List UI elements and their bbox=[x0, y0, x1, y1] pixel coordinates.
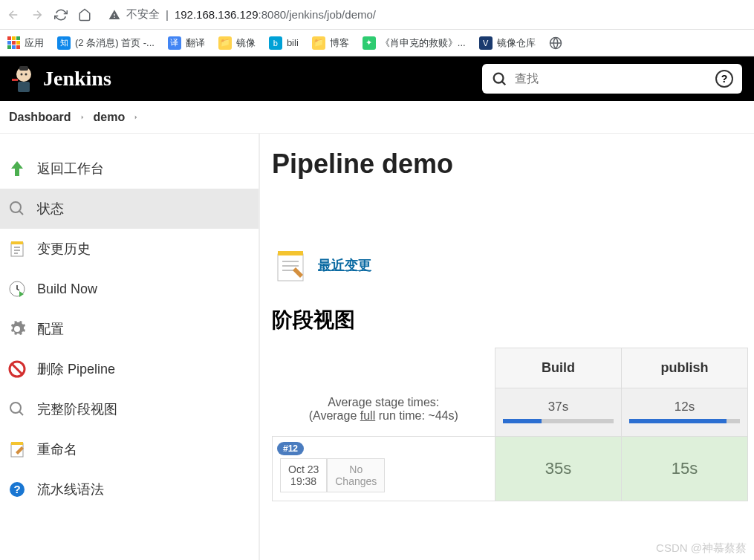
main-content: Pipeline demo 最近变更 阶段视图 Build publish Av… bbox=[260, 134, 754, 560]
sidebar-item-label: 重命名 bbox=[37, 440, 77, 458]
jenkins-brand: Jenkins bbox=[43, 67, 111, 91]
stage-col-publish: publish bbox=[622, 348, 748, 388]
sidebar-item-label: 变更历史 bbox=[37, 240, 91, 258]
svg-point-7 bbox=[494, 74, 504, 83]
edit-icon bbox=[7, 440, 27, 459]
home-button[interactable] bbox=[77, 7, 92, 22]
bookmark-blog[interactable]: 📁博客 bbox=[312, 36, 349, 50]
up-arrow-icon bbox=[7, 159, 27, 178]
svg-point-5 bbox=[25, 74, 27, 76]
bookmark-globe[interactable] bbox=[549, 36, 562, 50]
bookmark-mirror-repo[interactable]: V镜像仓库 bbox=[479, 36, 536, 50]
table-row-build[interactable]: #12 Oct 2319:38 NoChanges 35s 15s bbox=[273, 436, 748, 501]
sidebar-item-label: 配置 bbox=[37, 320, 64, 338]
stage-view-title: 阶段视图 bbox=[272, 306, 748, 334]
search-input[interactable] bbox=[515, 72, 708, 85]
svg-rect-15 bbox=[11, 442, 23, 445]
sidebar-item-label: 返回工作台 bbox=[37, 160, 104, 178]
sidebar-item-label: 状态 bbox=[37, 200, 64, 218]
svg-point-13 bbox=[10, 403, 21, 413]
forward-button[interactable] bbox=[30, 7, 45, 22]
breadcrumb: Dashboard demo bbox=[0, 101, 754, 134]
sidebar-item-full-stage[interactable]: 完整阶段视图 bbox=[0, 389, 259, 429]
help-icon: ? bbox=[7, 480, 27, 499]
stage-publish-cell[interactable]: 15s bbox=[622, 436, 748, 501]
back-button[interactable] bbox=[6, 7, 21, 22]
notepad-icon bbox=[272, 247, 309, 284]
reload-button[interactable] bbox=[53, 7, 68, 22]
search-icon bbox=[7, 199, 27, 218]
bookmarks-bar: 应用 知(2 条消息) 首页 -... 译翻译 📁镜像 bbili 📁博客 ✦《… bbox=[0, 30, 754, 56]
svg-rect-3 bbox=[19, 66, 28, 71]
svg-rect-2 bbox=[18, 82, 30, 92]
insecure-icon bbox=[108, 9, 120, 21]
stage-build-cell[interactable]: 35s bbox=[495, 436, 622, 501]
insecure-label: 不安全 bbox=[126, 7, 160, 22]
address-bar[interactable]: 不安全 | 192.168.136.129:8080/jenkins/job/d… bbox=[101, 4, 748, 25]
table-row-avg: Average stage times: (Average full run t… bbox=[273, 388, 748, 437]
sidebar-item-pipeline-syntax[interactable]: ?流水线语法 bbox=[0, 469, 259, 509]
sidebar-item-build-now[interactable]: Build Now bbox=[0, 269, 259, 309]
search-icon bbox=[7, 400, 27, 419]
page-title: Pipeline demo bbox=[272, 149, 748, 180]
wechat-icon: ✦ bbox=[363, 36, 376, 50]
crumb-dashboard[interactable]: Dashboard bbox=[9, 111, 71, 124]
sidebar: 返回工作台 状态 变更历史 Build Now 配置 删除 Pipeline 完… bbox=[0, 134, 260, 560]
crumb-job[interactable]: demo bbox=[94, 111, 126, 124]
translate-icon: 译 bbox=[168, 36, 181, 50]
browser-nav-bar: 不安全 | 192.168.136.129:8080/jenkins/job/d… bbox=[0, 0, 754, 30]
sidebar-item-changes[interactable]: 变更历史 bbox=[0, 229, 259, 269]
avg-stage-label: Average stage times: bbox=[283, 396, 485, 409]
jenkins-icon bbox=[12, 64, 36, 94]
svg-rect-10 bbox=[11, 241, 23, 244]
notepad-icon bbox=[7, 239, 27, 258]
jenkins-header: Jenkins ? bbox=[0, 56, 754, 101]
avg-build-cell: 37s bbox=[495, 388, 622, 437]
clock-play-icon bbox=[7, 279, 27, 299]
no-changes-label: NoChanges bbox=[327, 458, 385, 492]
bookmark-zhihu[interactable]: 知(2 条消息) 首页 -... bbox=[57, 36, 155, 50]
sidebar-item-delete[interactable]: 删除 Pipeline bbox=[0, 349, 259, 389]
bookmark-bili[interactable]: bbili bbox=[269, 36, 299, 50]
chevron-right-icon bbox=[79, 114, 86, 121]
sidebar-item-label: 完整阶段视图 bbox=[37, 400, 117, 418]
zhihu-icon: 知 bbox=[57, 36, 71, 50]
jenkins-logo[interactable]: Jenkins bbox=[12, 64, 111, 94]
sidebar-item-configure[interactable]: 配置 bbox=[0, 309, 259, 349]
sidebar-item-label: 流水线语法 bbox=[37, 481, 104, 498]
bookmark-apps[interactable]: 应用 bbox=[7, 36, 44, 50]
sidebar-item-back[interactable]: 返回工作台 bbox=[0, 149, 259, 189]
sidebar-item-label: Build Now bbox=[37, 281, 97, 297]
svg-point-4 bbox=[21, 74, 23, 76]
build-badge[interactable]: #12 bbox=[277, 442, 304, 455]
svg-rect-19 bbox=[278, 251, 303, 255]
search-icon bbox=[491, 71, 507, 87]
recent-changes-row: 最近变更 bbox=[272, 247, 748, 284]
chevron-right-icon bbox=[132, 114, 140, 121]
svg-text:?: ? bbox=[13, 483, 20, 495]
stage-col-build: Build bbox=[495, 348, 622, 388]
gear-icon bbox=[7, 319, 27, 339]
globe-icon bbox=[549, 36, 562, 50]
delete-icon bbox=[7, 359, 27, 379]
svg-rect-6 bbox=[12, 79, 18, 81]
sidebar-item-status[interactable]: 状态 bbox=[0, 189, 259, 229]
avg-publish-cell: 12s bbox=[622, 388, 748, 437]
bookmark-mirror[interactable]: 📁镜像 bbox=[218, 36, 256, 50]
svg-point-8 bbox=[10, 202, 21, 212]
v-icon: V bbox=[479, 36, 493, 50]
bookmark-translate[interactable]: 译翻译 bbox=[168, 36, 205, 50]
sidebar-item-rename[interactable]: 重命名 bbox=[0, 429, 259, 469]
watermark: CSDN @神慕蔡蔡 bbox=[656, 541, 747, 556]
folder-icon: 📁 bbox=[312, 36, 325, 50]
bili-icon: b bbox=[269, 36, 282, 50]
recent-changes-link[interactable]: 最近变更 bbox=[318, 256, 371, 274]
svg-rect-9 bbox=[11, 243, 23, 256]
folder-icon: 📁 bbox=[218, 36, 232, 50]
search-box[interactable]: ? bbox=[482, 64, 742, 94]
help-button[interactable]: ? bbox=[715, 70, 733, 88]
sidebar-item-label: 删除 Pipeline bbox=[37, 360, 115, 378]
apps-icon bbox=[7, 36, 20, 49]
run-date: Oct 2319:38 bbox=[280, 458, 327, 492]
bookmark-shawshank[interactable]: ✦《肖申克的救赎》... bbox=[363, 36, 466, 50]
